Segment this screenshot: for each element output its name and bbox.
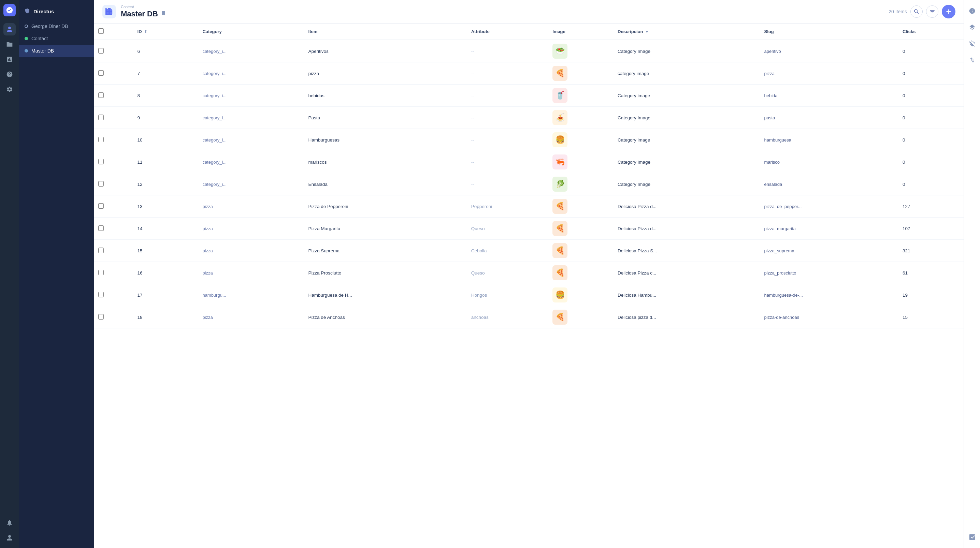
table-row[interactable]: 14 pizza Pizza Margarita Queso 🍕 Delicio… <box>94 218 964 240</box>
row-slug: pizza_suprema <box>760 240 899 262</box>
bookmark-icon[interactable] <box>161 11 166 17</box>
row-checkbox-cell[interactable] <box>94 40 134 62</box>
row-checkbox-cell[interactable] <box>94 240 134 262</box>
row-checkbox-cell[interactable] <box>94 218 134 240</box>
row-attribute: -- <box>467 40 549 62</box>
nav-profile-icon[interactable] <box>3 532 16 544</box>
row-checkbox-cell[interactable] <box>94 195 134 218</box>
table-row[interactable]: 15 pizza Pizza Suprema Cebolla 🍕 Delicio… <box>94 240 964 262</box>
row-checkbox-cell[interactable] <box>94 107 134 129</box>
sidebar-header-icon <box>25 8 30 15</box>
row-checkbox-cell[interactable] <box>94 284 134 306</box>
row-clicks: 127 <box>899 195 964 218</box>
row-checkbox-cell[interactable] <box>94 306 134 329</box>
row-checkbox[interactable] <box>98 70 104 76</box>
table-row[interactable]: 6 category_i... Aperitivos -- 🥗 Category… <box>94 40 964 62</box>
th-category[interactable]: Category <box>198 24 304 40</box>
row-checkbox[interactable] <box>98 137 104 142</box>
row-checkbox[interactable] <box>98 114 104 120</box>
th-attribute[interactable]: Attribute <box>467 24 549 40</box>
row-id: 13 <box>134 195 199 218</box>
table-row[interactable]: 12 category_i... Ensalada -- 🥬 Category … <box>94 173 964 195</box>
row-id: 14 <box>134 218 199 240</box>
row-image: 🍕 <box>548 62 614 84</box>
row-item: Hamburguesas <box>304 129 467 151</box>
row-category: category_i... <box>198 173 304 195</box>
row-checkbox[interactable] <box>98 314 104 319</box>
select-all-checkbox[interactable] <box>98 28 104 34</box>
row-checkbox[interactable] <box>98 181 104 186</box>
row-checkbox[interactable] <box>98 92 104 98</box>
row-checkbox[interactable] <box>98 226 104 231</box>
th-item[interactable]: Item <box>304 24 467 40</box>
nav-folder-icon[interactable] <box>3 38 16 51</box>
search-button[interactable] <box>910 5 923 18</box>
row-image: 🥤 <box>548 84 614 107</box>
th-id[interactable]: ID ⬆ <box>134 24 199 40</box>
row-category: category_i... <box>198 129 304 151</box>
row-slug: pizza_de_pepper... <box>760 195 899 218</box>
table-row[interactable]: 17 hamburgu... Hamburguesa de H... Hongo… <box>94 284 964 306</box>
row-checkbox[interactable] <box>98 203 104 209</box>
row-descripcion: Deliciosa Pizza S... <box>614 240 760 262</box>
row-checkbox[interactable] <box>98 159 104 164</box>
row-attribute: -- <box>467 62 549 84</box>
nav-analytics-icon[interactable] <box>3 53 16 65</box>
table-row[interactable]: 7 category_i... pizza -- 🍕 category imag… <box>94 62 964 84</box>
nav-users-icon[interactable] <box>3 23 16 35</box>
row-checkbox[interactable] <box>98 48 104 54</box>
row-checkbox-cell[interactable] <box>94 62 134 84</box>
row-slug: hamburguesa-de-... <box>760 284 899 306</box>
table-row[interactable]: 16 pizza Pizza Prosciutto Queso 🍕 Delici… <box>94 262 964 284</box>
row-category: category_i... <box>198 151 304 173</box>
row-checkbox[interactable] <box>98 270 104 275</box>
row-item: mariscos <box>304 151 467 173</box>
row-attribute: Hongos <box>467 284 549 306</box>
add-task-icon[interactable] <box>966 531 978 543</box>
row-checkbox[interactable] <box>98 248 104 253</box>
row-checkbox[interactable] <box>98 292 104 297</box>
filter-button[interactable] <box>926 5 939 18</box>
nav-help-icon[interactable] <box>3 68 16 81</box>
row-checkbox-cell[interactable] <box>94 262 134 284</box>
row-attribute: -- <box>467 151 549 173</box>
row-checkbox-cell[interactable] <box>94 129 134 151</box>
image-thumbnail: 🍔 <box>552 132 568 147</box>
sidebar-item-george-diner-db[interactable]: George Diner DB <box>19 20 94 32</box>
th-clicks[interactable]: Clicks <box>899 24 964 40</box>
row-checkbox-cell[interactable] <box>94 84 134 107</box>
table-row[interactable]: 18 pizza Pizza de Anchoas anchoas 🍕 Deli… <box>94 306 964 329</box>
th-descripcion[interactable]: Descripcion ▼ <box>614 24 760 40</box>
svg-rect-1 <box>110 9 112 11</box>
no-transfer-icon[interactable] <box>966 38 978 50</box>
row-image: 🍕 <box>548 262 614 284</box>
app-logo[interactable] <box>3 4 16 16</box>
row-checkbox-cell[interactable] <box>94 173 134 195</box>
row-id: 8 <box>134 84 199 107</box>
table-row[interactable]: 8 category_i... bebidas -- 🥤 Category im… <box>94 84 964 107</box>
table-wrapper[interactable]: ID ⬆ Category Item Attribute Image <box>94 24 964 548</box>
main-content: Content Master DB 20 Items <box>94 0 964 548</box>
nav-bell-icon[interactable] <box>3 517 16 529</box>
table-row[interactable]: 10 category_i... Hamburguesas -- 🍔 Categ… <box>94 129 964 151</box>
nav-settings-icon[interactable] <box>3 83 16 95</box>
th-slug[interactable]: Slug <box>760 24 899 40</box>
layers-icon[interactable] <box>966 21 978 33</box>
swap-vert-icon[interactable] <box>966 54 978 66</box>
row-descripcion: Category Image <box>614 173 760 195</box>
table-row[interactable]: 11 category_i... mariscos -- 🦐 Category … <box>94 151 964 173</box>
sidebar-item-master-db[interactable]: Master DB <box>19 44 94 57</box>
svg-rect-2 <box>107 12 109 14</box>
th-image[interactable]: Image <box>548 24 614 40</box>
table-row[interactable]: 9 category_i... Pasta -- 🍝 Category Imag… <box>94 107 964 129</box>
add-button[interactable] <box>942 5 955 18</box>
table-row[interactable]: 13 pizza Pizza de Pepperoni Pepperoni 🍕 … <box>94 195 964 218</box>
row-checkbox-cell[interactable] <box>94 151 134 173</box>
row-descripcion: Deliciosa Pizza d... <box>614 218 760 240</box>
sidebar-item-contact[interactable]: Contact <box>19 32 94 44</box>
image-thumbnail: 🦐 <box>552 154 568 170</box>
th-checkbox[interactable] <box>94 24 134 40</box>
row-image: 🦐 <box>548 151 614 173</box>
row-slug: hamburguesa <box>760 129 899 151</box>
info-icon[interactable] <box>966 5 978 17</box>
